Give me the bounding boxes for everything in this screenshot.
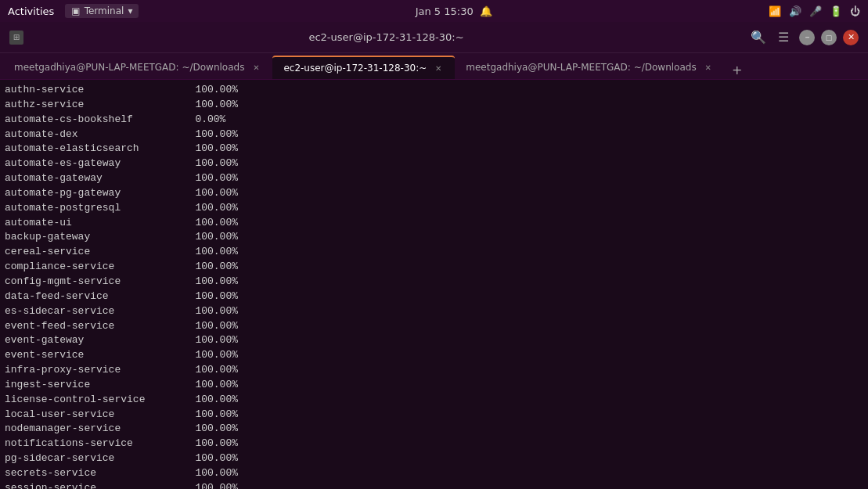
service-pct: 100.00% xyxy=(177,333,238,348)
service-pct: 100.00% xyxy=(177,83,238,98)
service-name: data-feed-service xyxy=(5,289,177,304)
network-icon: 📶 xyxy=(769,5,781,17)
service-pct: 100.00% xyxy=(177,348,238,363)
terminal-line: compliance-service 100.00% xyxy=(5,260,863,275)
service-pct: 100.00% xyxy=(177,393,238,408)
terminal-window: ⊞ ec2-user@ip-172-31-128-30:~ 🔍 ☰ － □ ✕ … xyxy=(0,22,868,489)
terminal-line: data-feed-service 100.00% xyxy=(5,289,863,304)
service-name: automate-gateway xyxy=(5,171,177,186)
service-name: notifications-service xyxy=(5,437,177,451)
minimize-button[interactable]: － xyxy=(799,30,815,45)
service-pct: 100.00% xyxy=(177,186,238,201)
service-pct: 100.00% xyxy=(177,245,238,260)
service-name: authn-service xyxy=(5,83,177,98)
tab-1-label: meetgadhiya@PUN-LAP-MEETGAD: ~/Downloads xyxy=(14,62,244,73)
terminal-content[interactable]: authn-service 100.00%authz-service 100.0… xyxy=(0,80,868,489)
terminal-line: notifications-service 100.00% xyxy=(5,437,863,451)
service-pct: 0.00% xyxy=(177,113,225,128)
service-name: cereal-service xyxy=(5,245,177,260)
terminal-icon: ▣ xyxy=(71,5,80,16)
terminal-line: automate-cs-bookshelf 0.00% xyxy=(5,113,863,128)
service-name: event-feed-service xyxy=(5,319,177,334)
service-name: infra-proxy-service xyxy=(5,363,177,378)
service-pct: 100.00% xyxy=(177,156,238,171)
close-button[interactable]: ✕ xyxy=(843,30,859,45)
terminal-line: license-control-service 100.00% xyxy=(5,393,863,408)
service-pct: 100.00% xyxy=(177,275,238,289)
maximize-button[interactable]: □ xyxy=(821,30,837,45)
service-pct: 100.00% xyxy=(177,466,238,481)
terminal-line: local-user-service 100.00% xyxy=(5,408,863,422)
terminal-line: automate-gateway 100.00% xyxy=(5,171,863,186)
service-name: pg-sidecar-service xyxy=(5,451,177,466)
terminal-line: automate-ui 100.00% xyxy=(5,216,863,231)
service-pct: 100.00% xyxy=(177,437,238,451)
battery-icon: 🔋 xyxy=(830,5,842,17)
terminal-line: config-mgmt-service 100.00% xyxy=(5,275,863,289)
service-pct: 100.00% xyxy=(177,171,238,186)
service-name: config-mgmt-service xyxy=(5,275,177,289)
service-name: local-user-service xyxy=(5,408,177,422)
menu-button[interactable]: ☰ xyxy=(774,28,793,47)
tab-2-close[interactable]: ✕ xyxy=(433,63,444,74)
service-pct: 100.00% xyxy=(177,319,238,334)
terminal-line: es-sidecar-service 100.00% xyxy=(5,304,863,319)
service-pct: 100.00% xyxy=(177,216,238,231)
terminal-line: automate-dex 100.00% xyxy=(5,128,863,142)
datetime-label: Jan 5 15:30 xyxy=(416,5,474,17)
terminal-line: authz-service 100.00% xyxy=(5,98,863,113)
tab-3[interactable]: meetgadhiya@PUN-LAP-MEETGAD: ~/Downloads… xyxy=(455,56,724,79)
service-name: automate-dex xyxy=(5,128,177,142)
service-name: authz-service xyxy=(5,98,177,113)
system-bar: Activities ▣ Terminal ▾ Jan 5 15:30 🔔 📶 … xyxy=(0,0,868,22)
window-icon: ⊞ xyxy=(9,31,23,45)
service-name: nodemanager-service xyxy=(5,422,177,437)
service-pct: 100.00% xyxy=(177,128,238,142)
service-pct: 100.00% xyxy=(177,289,238,304)
dropdown-arrow-icon: ▾ xyxy=(128,5,132,16)
service-name: license-control-service xyxy=(5,393,177,408)
service-pct: 100.00% xyxy=(177,142,238,156)
service-pct: 100.00% xyxy=(177,378,238,393)
service-name: compliance-service xyxy=(5,260,177,275)
terminal-line: event-gateway 100.00% xyxy=(5,333,863,348)
tab-2-label: ec2-user@ip-172-31-128-30:~ xyxy=(283,63,427,74)
service-name: es-sidecar-service xyxy=(5,304,177,319)
service-pct: 100.00% xyxy=(177,98,238,113)
service-name: secrets-service xyxy=(5,466,177,481)
service-pct: 100.00% xyxy=(177,201,238,216)
title-bar: ⊞ ec2-user@ip-172-31-128-30:~ 🔍 ☰ － □ ✕ xyxy=(0,22,868,53)
service-pct: 100.00% xyxy=(177,408,238,422)
terminal-line: event-feed-service 100.00% xyxy=(5,319,863,334)
activities-button[interactable]: Activities xyxy=(8,5,54,17)
service-pct: 100.00% xyxy=(177,304,238,319)
power-icon: ⏻ xyxy=(850,5,860,17)
terminal-line: cereal-service 100.00% xyxy=(5,245,863,260)
terminal-line: session-service 100.00% xyxy=(5,481,863,489)
service-pct: 100.00% xyxy=(177,481,238,489)
notification-icon: 🔔 xyxy=(480,5,492,17)
terminal-line: pg-sidecar-service 100.00% xyxy=(5,451,863,466)
service-name: automate-ui xyxy=(5,216,177,231)
terminal-line: nodemanager-service 100.00% xyxy=(5,422,863,437)
service-name: automate-elasticsearch xyxy=(5,142,177,156)
service-name: ingest-service xyxy=(5,378,177,393)
search-button[interactable]: 🔍 xyxy=(749,28,768,47)
new-tab-button[interactable]: + xyxy=(728,60,747,79)
window-title: ec2-user@ip-172-31-128-30:~ xyxy=(308,31,463,43)
tab-bar: meetgadhiya@PUN-LAP-MEETGAD: ~/Downloads… xyxy=(0,53,868,80)
tab-1-close[interactable]: ✕ xyxy=(250,62,261,73)
terminal-line: automate-pg-gateway 100.00% xyxy=(5,186,863,201)
service-name: automate-pg-gateway xyxy=(5,186,177,201)
tab-3-label: meetgadhiya@PUN-LAP-MEETGAD: ~/Downloads xyxy=(466,62,696,73)
terminal-menu-button[interactable]: ▣ Terminal ▾ xyxy=(65,4,139,18)
terminal-line: automate-es-gateway 100.00% xyxy=(5,156,863,171)
tab-3-close[interactable]: ✕ xyxy=(703,62,714,73)
service-name: session-service xyxy=(5,481,177,489)
service-pct: 100.00% xyxy=(177,451,238,466)
service-pct: 100.00% xyxy=(177,230,238,245)
tab-1[interactable]: meetgadhiya@PUN-LAP-MEETGAD: ~/Downloads… xyxy=(3,56,272,79)
terminal-line: secrets-service 100.00% xyxy=(5,466,863,481)
service-name: automate-cs-bookshelf xyxy=(5,113,177,128)
tab-2[interactable]: ec2-user@ip-172-31-128-30:~ ✕ xyxy=(272,56,455,79)
